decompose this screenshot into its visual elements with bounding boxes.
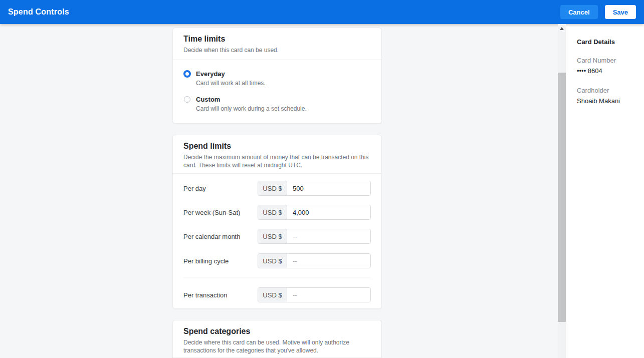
time-limits-title: Time limits [183, 34, 371, 44]
option-description: Card will only work during a set schedul… [196, 105, 307, 113]
spend-categories-card: Spend categories Decide where this card … [172, 320, 382, 358]
time-limits-options: Everyday Card will work at all times. Cu… [173, 60, 381, 123]
amount-input-group: USD $ [258, 229, 371, 244]
spend-limits-rows: Per day USD $ Per week (Sun-Sat) USD $ P… [173, 174, 381, 308]
card-number-value: •••• 8604 [577, 67, 633, 75]
per-day-amount-input[interactable] [287, 181, 370, 195]
radio-selected-icon[interactable] [183, 70, 191, 78]
card-details-panel: Card Details Card Number •••• 8604 Cardh… [566, 24, 644, 358]
time-limits-header: Time limits Decide when this card can be… [173, 28, 381, 60]
vertical-scrollbar[interactable] [558, 24, 566, 358]
radio-option-custom[interactable]: Custom Card will only work during a set … [183, 96, 371, 113]
spend-categories-description: Decide where this card can be used. Moti… [183, 338, 371, 354]
limit-row-per-billing-cycle: Per billing cycle USD $ [183, 253, 371, 268]
per-calendar-month-amount-input[interactable] [287, 229, 370, 243]
cancel-button[interactable]: Cancel [560, 5, 598, 19]
option-label: Everyday [196, 70, 266, 78]
currency-prefix: USD $ [258, 288, 287, 302]
page-title: Spend Controls [8, 8, 69, 17]
limit-row-per-calendar-month: Per calendar month USD $ [183, 229, 371, 244]
limit-row-label: Per billing cycle [183, 257, 258, 265]
currency-prefix: USD $ [258, 181, 287, 195]
per-billing-cycle-amount-input[interactable] [287, 254, 370, 268]
scrollbar-thumb[interactable] [558, 73, 566, 322]
limit-row-label: Per week (Sun-Sat) [183, 209, 258, 216]
main-content: Time limits Decide when this card can be… [0, 24, 558, 358]
currency-prefix: USD $ [258, 229, 287, 243]
option-text: Everyday Card will work at all times. [196, 70, 266, 87]
row-divider [183, 277, 371, 277]
limit-row-label: Per transaction [183, 291, 258, 299]
spend-limits-description: Decide the maximum amount of money that … [183, 153, 371, 169]
cardholder-value: Shoaib Makani [577, 97, 633, 105]
spend-categories-header: Spend categories Decide where this card … [173, 320, 381, 357]
option-label: Custom [196, 96, 307, 104]
amount-input-group: USD $ [258, 181, 371, 196]
per-transaction-amount-input[interactable] [287, 288, 370, 302]
spend-limits-header: Spend limits Decide the maximum amount o… [173, 135, 381, 174]
spend-limits-title: Spend limits [183, 141, 371, 151]
time-limits-description: Decide when this card can be used. [183, 46, 371, 54]
spend-limits-card: Spend limits Decide the maximum amount o… [172, 135, 382, 309]
scroll-up-icon [560, 27, 564, 30]
currency-prefix: USD $ [258, 205, 287, 219]
radio-unselected-icon[interactable] [184, 96, 190, 103]
scrollbar-up-button[interactable] [558, 24, 566, 33]
option-description: Card will work at all times. [196, 79, 266, 87]
limit-row-label: Per day [183, 185, 258, 192]
time-limits-card: Time limits Decide when this card can be… [172, 28, 382, 124]
radio-option-everyday[interactable]: Everyday Card will work at all times. [183, 70, 371, 87]
card-number-label: Card Number [577, 57, 633, 65]
option-text: Custom Card will only work during a set … [196, 96, 307, 113]
currency-prefix: USD $ [258, 254, 287, 268]
per-week-amount-input[interactable] [287, 205, 370, 219]
limit-row-per-transaction: Per transaction USD $ [183, 287, 371, 302]
app-header: Spend Controls Cancel Save [0, 0, 644, 24]
cardholder-label: Cardholder [577, 87, 633, 95]
amount-input-group: USD $ [258, 253, 371, 268]
card-details-title: Card Details [577, 38, 633, 46]
limit-row-per-day: Per day USD $ [183, 181, 371, 196]
save-button[interactable]: Save [605, 5, 636, 19]
limit-row-label: Per calendar month [183, 233, 258, 240]
spend-categories-title: Spend categories [183, 326, 371, 336]
limit-row-per-week: Per week (Sun-Sat) USD $ [183, 205, 371, 220]
content-column: Time limits Decide when this card can be… [172, 24, 382, 358]
amount-input-group: USD $ [258, 205, 371, 220]
amount-input-group: USD $ [258, 287, 371, 302]
